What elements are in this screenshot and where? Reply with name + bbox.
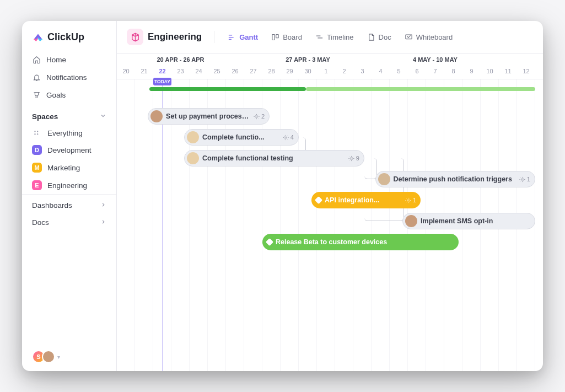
sidebar-item-engineering[interactable]: EEngineering xyxy=(22,176,116,194)
grid-icon xyxy=(32,130,42,137)
day-cell[interactable]: 1 xyxy=(317,66,335,79)
space-icon[interactable] xyxy=(127,29,143,45)
task-bar[interactable]: API integration...1 xyxy=(311,192,421,208)
day-cell[interactable]: 9 xyxy=(462,66,481,79)
week-label: 20 APR - 26 APR xyxy=(117,53,244,66)
day-cell[interactable]: 3 xyxy=(353,66,372,79)
progress-remaining xyxy=(306,87,535,91)
day-cell[interactable]: 24 xyxy=(190,66,208,79)
day-cell[interactable]: 7 xyxy=(426,66,444,79)
dashboards-label: Dashboards xyxy=(32,201,72,210)
day-cell[interactable]: 8 xyxy=(444,66,462,79)
separator xyxy=(214,31,214,43)
chevron-right-icon xyxy=(100,201,106,210)
day-cell[interactable]: 12 xyxy=(517,66,535,79)
nav-home[interactable]: Home xyxy=(22,51,116,68)
svg-point-7 xyxy=(256,116,257,117)
task-bar[interactable]: Complete functional testing9 xyxy=(184,150,364,167)
task-label: API integration... xyxy=(325,196,402,204)
space-badge: D xyxy=(32,145,42,155)
day-cell[interactable]: 23 xyxy=(171,66,190,79)
milestone-icon xyxy=(315,196,322,204)
avatar xyxy=(405,215,417,227)
sidebar-item-label: Development xyxy=(47,146,92,154)
day-cell[interactable]: 22 xyxy=(153,66,171,79)
timeline-icon xyxy=(315,33,324,41)
task-label: Set up payment processing xyxy=(166,112,250,120)
svg-rect-4 xyxy=(272,34,275,40)
user-avatars[interactable]: S ▾ xyxy=(22,350,116,363)
day-cell[interactable]: 29 xyxy=(281,66,299,79)
nav-goals[interactable]: Goals xyxy=(22,86,116,104)
nav-notifications[interactable]: Notifications xyxy=(22,68,116,86)
sidebar-item-label: Marketing xyxy=(47,164,80,172)
tab-board[interactable]: Board xyxy=(266,31,308,44)
svg-point-3 xyxy=(37,133,38,135)
task-bar[interactable]: Release Beta to customer devices xyxy=(262,234,459,250)
day-cell[interactable]: 6 xyxy=(408,66,426,79)
task-bar[interactable]: Determine push notification triggers1 xyxy=(375,171,535,187)
sidebar-item-marketing[interactable]: MMarketing xyxy=(22,159,116,176)
task-bar[interactable]: Complete functio...4 xyxy=(184,129,299,146)
tab-label: Whiteboard xyxy=(416,33,453,41)
tab-label: Gantt xyxy=(239,33,258,41)
avatar[interactable] xyxy=(42,350,55,363)
progress-done xyxy=(149,87,306,91)
day-cell[interactable]: 30 xyxy=(299,66,317,79)
day-cell[interactable]: 27 xyxy=(244,66,262,79)
task-label: Complete functional testing xyxy=(202,154,345,162)
dashboards-header[interactable]: Dashboards xyxy=(22,194,116,216)
spaces-header[interactable]: Spaces xyxy=(22,104,116,125)
tab-doc[interactable]: Doc xyxy=(362,31,397,44)
topbar: Engineering GanttBoardTimelineDocWhitebo… xyxy=(117,21,543,53)
day-cell[interactable]: 2 xyxy=(335,66,353,79)
subtask-count: 1 xyxy=(519,176,530,182)
nav-notifications-label: Notifications xyxy=(46,73,87,82)
day-cell[interactable]: 10 xyxy=(481,66,499,79)
timeline-header: 20 APR - 26 APR27 APR - 3 MAY4 MAY - 10 … xyxy=(117,53,543,79)
avatar xyxy=(150,110,163,122)
svg-point-9 xyxy=(351,158,352,159)
day-cell[interactable]: 26 xyxy=(226,66,244,79)
day-cell[interactable]: 20 xyxy=(117,66,135,79)
gantt-chart[interactable]: Set up payment processing2Complete funct… xyxy=(117,79,543,371)
doc-icon xyxy=(367,33,375,41)
subtask-count: 2 xyxy=(254,113,265,120)
tab-timeline[interactable]: Timeline xyxy=(310,31,359,44)
task-bar[interactable]: Implement SMS opt-in xyxy=(402,213,535,229)
day-cell[interactable]: 4 xyxy=(372,66,390,79)
tab-gantt[interactable]: Gantt xyxy=(222,31,263,44)
subtask-count: 1 xyxy=(405,197,416,203)
sidebar: ClickUp Home Notifications Goals Spaces … xyxy=(22,21,117,371)
avatar xyxy=(187,131,199,143)
chevron-right-icon xyxy=(100,218,106,227)
home-icon xyxy=(32,55,41,64)
nav-home-label: Home xyxy=(46,56,66,64)
day-cell[interactable]: 11 xyxy=(499,66,517,79)
svg-point-8 xyxy=(285,137,287,138)
day-cell[interactable]: 28 xyxy=(262,66,281,79)
trophy-icon xyxy=(32,90,41,99)
task-label: Implement SMS opt-in xyxy=(421,217,530,225)
today-badge: TODAY xyxy=(153,78,171,85)
sidebar-item-development[interactable]: DDevelopment xyxy=(22,141,116,159)
space-title: Engineering xyxy=(148,31,202,42)
subtask-count: 9 xyxy=(348,155,359,162)
task-label: Complete functio... xyxy=(202,133,279,141)
svg-point-10 xyxy=(521,179,523,180)
day-cell[interactable]: 21 xyxy=(135,66,153,79)
day-cell[interactable]: 5 xyxy=(390,66,408,79)
spaces-header-label: Spaces xyxy=(32,112,58,121)
space-badge: M xyxy=(32,163,42,173)
sidebar-item-everything[interactable]: Everything xyxy=(22,125,116,141)
board-icon xyxy=(271,33,279,41)
logo-icon xyxy=(32,31,44,43)
day-cell[interactable]: 25 xyxy=(208,66,226,79)
week-label: 4 MAY - 10 MAY xyxy=(372,53,499,66)
docs-header[interactable]: Docs xyxy=(22,216,116,233)
task-bar[interactable]: Set up payment processing2 xyxy=(148,108,270,125)
tab-whiteboard[interactable]: Whiteboard xyxy=(399,31,458,44)
logo[interactable]: ClickUp xyxy=(22,31,116,51)
subtask-count: 4 xyxy=(283,134,294,141)
task-label: Release Beta to customer devices xyxy=(276,238,454,246)
